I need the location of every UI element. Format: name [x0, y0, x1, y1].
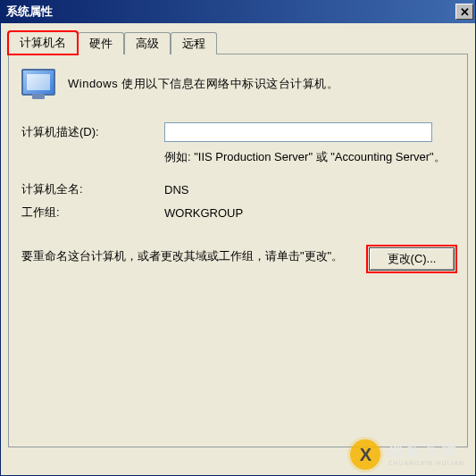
- watermark-brand-en: CHUANGXIN HULIAN: [388, 460, 464, 466]
- tab-computer-name[interactable]: 计算机名: [8, 31, 78, 54]
- description-input[interactable]: [164, 122, 432, 142]
- tab-remote[interactable]: 远程: [171, 32, 217, 54]
- tab-label: 硬件: [89, 37, 113, 50]
- fullname-label: 计算机全名:: [21, 181, 164, 197]
- titlebar: 系统属性 ✕: [1, 0, 475, 23]
- change-instruction: 要重命名这台计算机，或者更改其域或工作组，请单击"更改"。: [21, 247, 369, 266]
- workgroup-label: 工作组:: [21, 205, 164, 221]
- tab-hardware[interactable]: 硬件: [78, 32, 124, 54]
- workgroup-row: 工作组: WORKGROUP: [21, 205, 455, 221]
- computer-icon: [21, 69, 68, 101]
- window-title: 系统属性: [6, 4, 53, 20]
- fullname-row: 计算机全名: DNS: [21, 181, 455, 197]
- description-example: 例如: "IIS Production Server" 或 "Accountin…: [164, 149, 455, 165]
- tab-label: 远程: [182, 37, 205, 50]
- fullname-value: DNS: [164, 183, 455, 196]
- intro-row: Windows 使用以下信息在网络中标识这台计算机。: [21, 69, 455, 101]
- tab-label: 计算机名: [20, 36, 66, 49]
- description-label: 计算机描述(D):: [21, 124, 164, 140]
- description-row: 计算机描述(D):: [21, 122, 455, 142]
- change-row: 要重命名这台计算机，或者更改其域或工作组，请单击"更改"。 更改(C)...: [21, 247, 455, 271]
- close-button[interactable]: ✕: [455, 4, 473, 20]
- change-button[interactable]: 更改(C)...: [369, 247, 455, 271]
- intro-text: Windows 使用以下信息在网络中标识这台计算机。: [68, 69, 455, 101]
- workgroup-value: WORKGROUP: [164, 206, 455, 220]
- system-properties-window: 系统属性 ✕ 计算机名 硬件 高级 远程 Windows 使用以下信息在网络中标: [0, 0, 476, 476]
- tab-advanced[interactable]: 高级: [124, 32, 171, 54]
- close-icon: ✕: [460, 6, 470, 18]
- change-button-label: 更改(C)...: [388, 252, 437, 265]
- tabstrip: 计算机名 硬件 高级 远程: [8, 32, 468, 54]
- tab-panel-computer-name: Windows 使用以下信息在网络中标识这台计算机。 计算机描述(D): 例如:…: [8, 54, 468, 447]
- tab-label: 高级: [136, 37, 159, 50]
